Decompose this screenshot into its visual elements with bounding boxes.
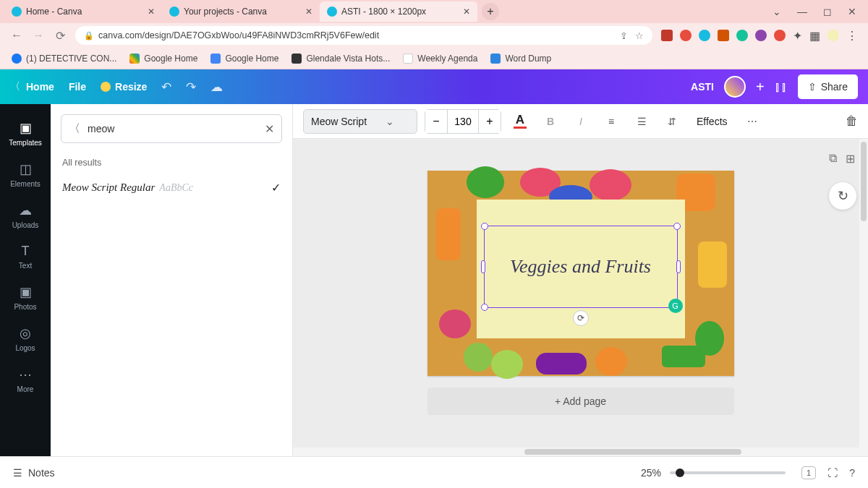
doc-title[interactable]: ASTI	[691, 81, 714, 93]
cloud-sync-icon[interactable]: ☁	[210, 80, 223, 95]
canvas-stage[interactable]: ⧉ ⊞ ↻ V	[293, 139, 868, 456]
nav-forward-icon[interactable]: →	[32, 29, 45, 42]
bold-button[interactable]: B	[539, 110, 562, 133]
rail-templates[interactable]: ▣Templates	[0, 113, 51, 154]
new-tab-button[interactable]: +	[482, 3, 499, 20]
redo-icon[interactable]: ↷	[186, 80, 196, 95]
font-search-box[interactable]: 〈 ✕	[61, 114, 282, 143]
nav-back-icon[interactable]: ←	[10, 29, 23, 42]
help-icon[interactable]: ?	[849, 467, 855, 479]
ext-icon[interactable]	[661, 30, 673, 41]
zoom-slider[interactable]	[670, 471, 786, 474]
close-icon[interactable]: ✕	[148, 7, 155, 17]
chevron-down-icon[interactable]: ⌄	[773, 6, 781, 17]
font-size-decrease[interactable]: −	[425, 110, 447, 133]
window-controls: ⌄ — ◻ ✕	[773, 6, 868, 17]
add-member-icon[interactable]: +	[756, 79, 765, 95]
resize-handle-tl[interactable]	[481, 223, 488, 230]
resize-button[interactable]: Resize	[101, 81, 147, 93]
url-field[interactable]: 🔒 canva.com/design/DAE7OGxbWoo/u49FA8iNW…	[75, 26, 652, 45]
close-icon[interactable]: ✕	[305, 7, 312, 17]
share-button[interactable]: ⇧Share	[798, 74, 858, 99]
design-page[interactable]: Veggies and Fruits G ⟳	[427, 171, 734, 376]
font-size-input[interactable]	[447, 110, 479, 133]
bookmark-item[interactable]: Google Home	[129, 53, 197, 64]
effects-button[interactable]: Effects	[691, 116, 733, 127]
reload-icon[interactable]: ⟳	[54, 29, 67, 43]
align-button[interactable]: ≡	[600, 110, 623, 133]
rail-elements[interactable]: ◫Elements	[0, 154, 51, 195]
duplicate-page-icon[interactable]: ⧉	[829, 152, 837, 166]
font-size-increase[interactable]: +	[479, 110, 501, 133]
list-button[interactable]: ☰	[630, 110, 653, 133]
italic-button[interactable]: I	[569, 110, 592, 133]
insights-icon[interactable]: ⫿⫿	[775, 80, 788, 95]
ext-icon[interactable]	[699, 30, 710, 41]
rail-uploads[interactable]: ☁Uploads	[0, 195, 51, 236]
resize-handle-l[interactable]	[481, 260, 485, 273]
page-indicator[interactable]: 1	[801, 466, 816, 479]
refresh-template-button[interactable]: ↻	[829, 182, 856, 210]
notes-button[interactable]: ☰Notes	[13, 467, 55, 479]
canvas-text[interactable]: Veggies and Fruits	[485, 226, 677, 307]
ext-icon[interactable]	[736, 30, 748, 41]
resize-handle-bl[interactable]	[481, 304, 488, 311]
rail-photos[interactable]: ▣Photos	[0, 277, 51, 318]
browser-tab[interactable]: Home - Canva ✕	[4, 1, 162, 22]
chevron-left-icon[interactable]: 〈	[69, 121, 80, 137]
maximize-icon[interactable]: ◻	[823, 6, 832, 17]
ext-icon[interactable]	[718, 30, 729, 41]
home-button[interactable]: 〈Home	[10, 80, 54, 93]
bookmark-item[interactable]: Word Dump	[490, 53, 551, 64]
undo-icon[interactable]: ↶	[161, 80, 171, 95]
bookmark-item[interactable]: (1) DETECTIVE CON...	[12, 53, 116, 64]
avatar[interactable]	[724, 76, 746, 98]
ext-icon[interactable]	[680, 30, 692, 41]
vertical-scrollbar[interactable]	[859, 139, 868, 448]
share-url-icon[interactable]: ⇪	[620, 30, 628, 41]
tab-overview-icon[interactable]: ▦	[809, 29, 820, 43]
browser-tab[interactable]: Your projects - Canva ✕	[162, 1, 320, 22]
ext-icon[interactable]	[774, 30, 786, 41]
ext-icon[interactable]	[755, 30, 767, 41]
scrollbar-thumb[interactable]	[524, 449, 741, 455]
trash-icon[interactable]: 🗑	[846, 114, 858, 129]
bookmark-item[interactable]: Weekly Agenda	[403, 53, 477, 64]
zoom-value[interactable]: 25%	[641, 467, 661, 479]
star-icon[interactable]: ☆	[635, 30, 644, 41]
add-page-inline-icon[interactable]: ⊞	[846, 152, 855, 166]
clear-icon[interactable]: ✕	[265, 122, 274, 136]
profile-icon[interactable]	[827, 30, 839, 41]
font-size-group: − +	[425, 109, 501, 134]
browser-tab-active[interactable]: ASTI - 1800 × 1200px ✕	[320, 1, 477, 22]
rotate-handle-icon[interactable]: ⟳	[573, 310, 589, 326]
scrollbar-thumb[interactable]	[861, 142, 867, 221]
bookmark-item[interactable]: Google Home	[210, 53, 278, 64]
text-selection-box[interactable]: Veggies and Fruits G ⟳	[484, 226, 678, 308]
file-menu[interactable]: File	[69, 81, 86, 93]
close-icon[interactable]: ✕	[463, 7, 470, 17]
rail-logos[interactable]: ◎Logos	[0, 318, 51, 359]
page-controls: ⧉ ⊞	[829, 152, 855, 166]
font-result-row[interactable]: Meow Script Regular AaBbCc ✓	[51, 172, 292, 203]
rail-more[interactable]: ⋯More	[0, 359, 51, 401]
minimize-icon[interactable]: —	[797, 6, 807, 17]
fullscreen-icon[interactable]: ⛶	[827, 467, 838, 479]
resize-handle-tr[interactable]	[673, 223, 681, 230]
rail-text[interactable]: TText	[0, 236, 51, 277]
font-family-picker[interactable]: Meow Script ⌄	[303, 109, 417, 134]
text-color-button[interactable]: A	[509, 110, 532, 133]
resize-handle-r[interactable]	[676, 260, 681, 273]
horizontal-scrollbar[interactable]	[293, 448, 868, 456]
font-search-input[interactable]	[88, 123, 258, 134]
close-window-icon[interactable]: ✕	[848, 6, 856, 17]
spacing-button[interactable]: ⇵	[660, 110, 684, 133]
puzzle-icon[interactable]: ✦	[793, 29, 802, 43]
add-page-button[interactable]: + Add page	[427, 388, 734, 415]
kebab-icon[interactable]: ⋮	[846, 29, 858, 43]
calendar-icon	[403, 53, 413, 64]
more-options-button[interactable]: ⋯	[741, 110, 764, 133]
zoom-slider-thumb[interactable]	[676, 468, 684, 477]
bookmark-item[interactable]: Glendale Vista Hots...	[292, 53, 390, 64]
grammarly-icon[interactable]: G	[668, 299, 683, 313]
